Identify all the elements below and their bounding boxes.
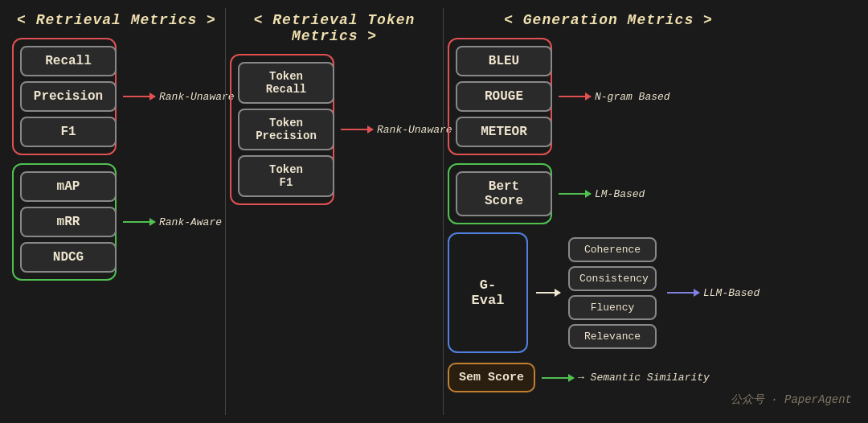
ngram-group-row: BLEU ROUGE METEOR N-gram Based: [448, 38, 769, 155]
bert-score-box: Bert Score: [456, 171, 552, 216]
f1-box: F1: [20, 117, 117, 147]
lm-group-box: Bert Score: [448, 163, 552, 224]
token-title: < Retrieval Token Metrics >: [230, 12, 439, 44]
mrr-box: mRR: [20, 207, 117, 237]
meteor-box: METEOR: [456, 117, 552, 147]
coherence-box: Coherence: [568, 237, 657, 262]
retrieval-rank-aware-box: mAP mRR NDCG: [12, 163, 117, 281]
ngram-label: N-gram Based: [595, 91, 670, 103]
watermark: 公众号 · PaperAgent: [731, 392, 852, 407]
sem-arrow-row: → Semantic Similarity: [542, 372, 710, 384]
relevance-box: Relevance: [568, 324, 657, 349]
rouge-box: ROUGE: [456, 81, 552, 112]
rank-unaware-label: Rank-Unaware: [159, 91, 235, 103]
geval-submetrics: Coherence Consistency Fluency Relevance: [568, 237, 657, 349]
geval-outer-box: G-Eval: [448, 232, 528, 353]
rank-unaware-arrow-row: Rank-Unaware: [123, 91, 235, 103]
lm-arrow: [559, 193, 591, 195]
lm-arrow-row: LM-Based: [559, 188, 645, 200]
generation-section: < Generation Metrics > BLEU ROUGE METEOR…: [448, 8, 769, 415]
lm-label: LM-Based: [595, 188, 645, 200]
gen-content: BLEU ROUGE METEOR N-gram Based Bert Scor…: [448, 38, 769, 392]
rank-aware-arrow: [123, 221, 155, 223]
token-rank-unaware-box: TokenRecall TokenPrecision TokenF1: [230, 54, 334, 205]
rank-unaware-arrow: [123, 96, 155, 97]
llm-arrow-row: LLM-Based: [667, 287, 760, 299]
token-recall-box: TokenRecall: [238, 62, 334, 104]
retrieval-section: < Retrieval Metrics > Recall Precision F…: [12, 8, 221, 415]
main-container: < Retrieval Metrics > Recall Precision F…: [0, 0, 868, 423]
rank-unaware-group: Recall Precision F1 Rank-Unaware: [12, 38, 221, 155]
geval-to-submetrics-arrow: [536, 292, 560, 294]
rank-aware-label: Rank-Aware: [159, 216, 222, 228]
ngram-arrow: [559, 96, 591, 97]
llm-arrow: [667, 292, 699, 294]
token-rank-unaware-arrow: [341, 129, 373, 130]
precision-box: Precision: [20, 81, 117, 112]
recall-box: Recall: [20, 46, 117, 76]
token-rank-unaware-label: Rank-Unaware: [377, 124, 452, 136]
sem-score-row: Sem Score → Semantic Similarity: [448, 363, 769, 392]
token-rank-unaware-group: TokenRecall TokenPrecision TokenF1 Rank-…: [230, 54, 439, 205]
sem-arrow: [542, 377, 574, 379]
map-box: mAP: [20, 171, 117, 202]
token-f1-box: TokenF1: [238, 155, 334, 197]
lm-group-row: Bert Score LM-Based: [448, 163, 769, 224]
ndcg-box: NDCG: [20, 242, 117, 273]
retrieval-rank-unaware-box: Recall Precision F1: [12, 38, 117, 155]
token-rank-unaware-arrow-row: Rank-Unaware: [341, 124, 452, 136]
rank-aware-arrow-row: Rank-Aware: [123, 216, 222, 228]
ngram-arrow-row: N-gram Based: [559, 91, 670, 103]
token-precision-box: TokenPrecision: [238, 109, 334, 150]
sem-label: → Semantic Similarity: [578, 372, 710, 384]
retrieval-title: < Retrieval Metrics >: [12, 12, 221, 28]
ngram-group-box: BLEU ROUGE METEOR: [448, 38, 552, 155]
bleu-box: BLEU: [456, 46, 552, 76]
fluency-box: Fluency: [568, 295, 657, 320]
token-section: < Retrieval Token Metrics > TokenRecall …: [230, 8, 439, 415]
divider-1: [225, 8, 226, 415]
consistency-box: Consistency: [568, 266, 657, 291]
geval-container: G-Eval Coherence Consistency Fluency Rel…: [448, 232, 769, 353]
geval-box: G-Eval: [456, 244, 520, 341]
divider-2: [443, 8, 444, 415]
rank-aware-group: mAP mRR NDCG Rank-Aware: [12, 163, 221, 281]
retrieval-groups: Recall Precision F1 Rank-Unaware mAP mRR…: [12, 38, 221, 281]
llm-label: LLM-Based: [703, 287, 760, 299]
sem-score-box: Sem Score: [448, 363, 535, 392]
generation-title: < Generation Metrics >: [448, 12, 769, 28]
